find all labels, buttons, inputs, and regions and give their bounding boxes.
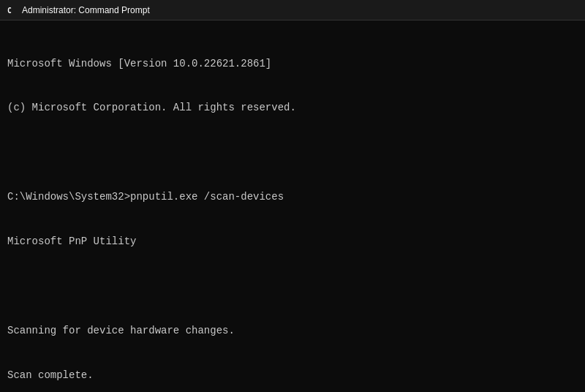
terminal-line-1: Microsoft Windows [Version 10.0.22621.28…: [7, 56, 578, 71]
terminal-line-5: Microsoft PnP Utility: [7, 234, 578, 249]
terminal-line-4: C:\Windows\System32>pnputil.exe /scan-de…: [7, 189, 578, 204]
title-bar-text: Administrator: Command Prompt: [22, 5, 150, 15]
title-bar: C Administrator: Command Prompt: [0, 0, 585, 20]
svg-text:C: C: [7, 7, 12, 15]
command-prompt-window: C Administrator: Command Prompt Microsof…: [0, 0, 585, 392]
terminal-line-7: Scanning for device hardware changes.: [7, 323, 578, 338]
terminal-line-3: [7, 145, 578, 159]
terminal-body[interactable]: Microsoft Windows [Version 10.0.22621.28…: [0, 20, 585, 392]
terminal-line-8: Scan complete.: [7, 368, 578, 382]
cmd-icon: C: [6, 4, 18, 16]
terminal-line-2: (c) Microsoft Corporation. All rights re…: [7, 100, 578, 115]
terminal-line-6: [7, 279, 578, 293]
